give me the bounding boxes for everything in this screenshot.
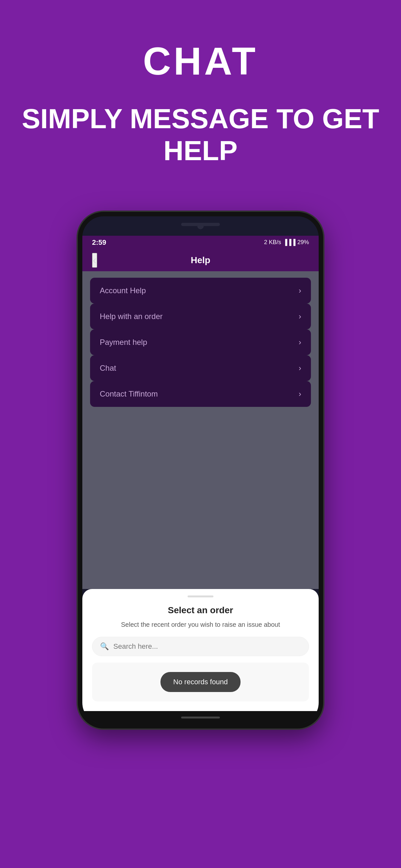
menu-item-label-account-help: Account Help [100, 286, 146, 295]
camera-notch [197, 223, 204, 229]
chevron-icon-account-help: › [299, 286, 301, 295]
home-bar [181, 717, 220, 718]
back-button[interactable]: ‹ [92, 253, 97, 268]
menu-item-payment-help[interactable]: Payment help › [90, 330, 311, 355]
sheet-subtitle: Select the recent order you wish to rais… [92, 620, 309, 629]
menu-item-label-chat: Chat [100, 364, 116, 373]
results-area: No records found [92, 662, 309, 702]
chevron-icon-chat: › [299, 364, 301, 373]
nav-title: Help [191, 255, 211, 266]
promo-subtitle: SIMPLY MESSAGE TO GET HELP [19, 103, 382, 166]
nav-bar: ‹ Help [82, 249, 319, 271]
phone-bottom [82, 711, 319, 724]
menu-item-chat[interactable]: Chat › [90, 355, 311, 381]
status-time: 2:59 [92, 238, 106, 247]
phone-top-bar [82, 216, 319, 236]
status-bar: 2:59 2 KB/s ▐▐▐ 29% [82, 236, 319, 249]
status-icons: 2 KB/s ▐▐▐ 29% [264, 239, 309, 246]
promo-section: CHAT SIMPLY MESSAGE TO GET HELP [0, 0, 401, 192]
chevron-icon-payment-help: › [299, 338, 301, 347]
menu-item-account-help[interactable]: Account Help › [90, 278, 311, 304]
search-input[interactable] [113, 642, 301, 651]
menu-item-contact-tiffintom[interactable]: Contact Tiffintom › [90, 381, 311, 407]
phone-frame: 2:59 2 KB/s ▐▐▐ 29% ‹ Help Account Help … [78, 212, 323, 728]
no-records-badge: No records found [160, 672, 241, 692]
signal-icon: ▐▐▐ [283, 239, 296, 246]
menu-item-label-payment-help: Payment help [100, 338, 147, 347]
menu-items-list: Account Help › Help with an order › Paym… [90, 278, 311, 407]
app-content: Account Help › Help with an order › Paym… [82, 271, 319, 589]
chevron-icon-contact-tiffintom: › [299, 390, 301, 399]
phone-wrapper: 2:59 2 KB/s ▐▐▐ 29% ‹ Help Account Help … [78, 212, 323, 728]
sheet-handle [188, 595, 213, 597]
promo-title: CHAT [143, 39, 258, 83]
menu-item-help-with-order[interactable]: Help with an order › [90, 304, 311, 330]
battery-label: 29% [297, 239, 309, 246]
kb-label: 2 KB/s [264, 239, 281, 246]
menu-item-label-help-with-order: Help with an order [100, 312, 163, 321]
bottom-sheet: Select an order Select the recent order … [82, 589, 319, 711]
no-records-text: No records found [174, 678, 228, 686]
sheet-title: Select an order [92, 605, 309, 616]
search-icon: 🔍 [100, 642, 109, 651]
menu-item-label-contact-tiffintom: Contact Tiffintom [100, 390, 158, 399]
chevron-icon-help-with-order: › [299, 312, 301, 321]
search-bar: 🔍 [92, 637, 309, 656]
